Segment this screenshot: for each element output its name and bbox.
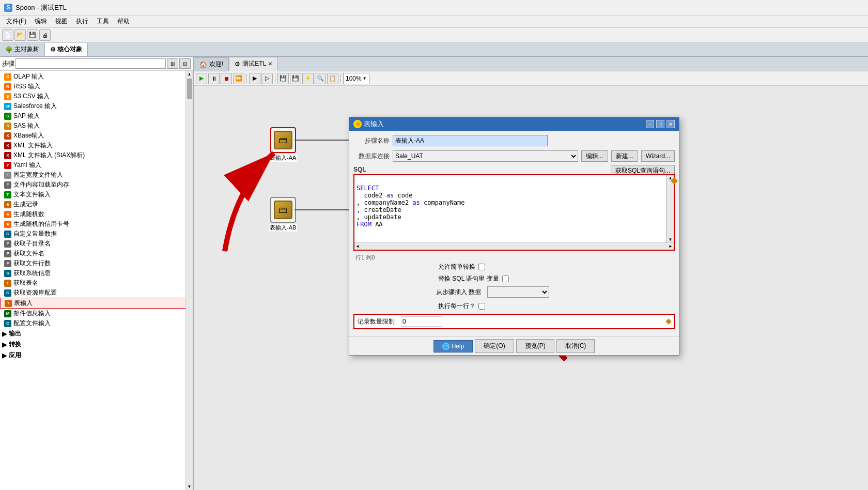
- tree-item-salesforce[interactable]: SF Salesforce 输入: [0, 101, 193, 111]
- search-input[interactable]: [16, 58, 166, 69]
- preview-btn[interactable]: ⏩: [233, 73, 244, 84]
- tree-item-textfile[interactable]: T 文本文件输入: [0, 190, 193, 200]
- tree-item-olap[interactable]: O OLAP 输入: [0, 72, 193, 82]
- toolbar-btn-3[interactable]: 💾: [27, 29, 38, 41]
- node-ab[interactable]: 🗃 表输入-AB: [269, 197, 297, 232]
- scroll-up-arrow[interactable]: ▲: [188, 72, 192, 76]
- tree-item-xml-stax[interactable]: X XML 文件输入 (StAX解析): [0, 150, 193, 160]
- tree-item-sap[interactable]: S SAP 输入: [0, 111, 193, 121]
- gencc-icon: ★: [4, 221, 11, 228]
- toolbar-btn-1[interactable]: 📄: [2, 29, 13, 41]
- preview-dialog-btn[interactable]: 预览(P): [516, 339, 554, 353]
- dialog-maximize-btn[interactable]: □: [656, 120, 664, 128]
- replace-sql-checkbox[interactable]: [502, 275, 509, 282]
- sql-content-area[interactable]: SELECT code2 as code , companyName2 as c…: [354, 175, 667, 242]
- sep3: [340, 74, 341, 83]
- menu-tools[interactable]: 工具: [92, 16, 113, 27]
- stop-btn[interactable]: ⏹: [221, 73, 232, 84]
- tree-item-genrecord[interactable]: ※ 生成记录: [0, 200, 193, 209]
- main-toolbar: 📄 📂 💾 🖨: [0, 28, 868, 42]
- run3-btn[interactable]: ▷: [261, 73, 273, 84]
- help-btn[interactable]: 🌐 Help: [433, 340, 473, 353]
- sql-scroll-down[interactable]: ▼: [668, 237, 673, 242]
- pause-btn[interactable]: ⏸: [208, 73, 220, 84]
- tree-item-custom[interactable]: C 自定义常量数据: [0, 229, 193, 239]
- table-input-dialog: 🔶 表输入 – □ ✕ 步骤名称 数据: [349, 117, 679, 356]
- save-btn[interactable]: 💾: [277, 73, 289, 84]
- toolbar-btn-2[interactable]: 📂: [14, 29, 26, 41]
- tree-item-s3csv[interactable]: S S3 CSV 输入: [0, 91, 193, 101]
- ok-btn[interactable]: 确定(O): [475, 339, 514, 353]
- tree-item-getrepo[interactable]: C 获取资源库配置: [0, 288, 193, 298]
- edit-db-btn[interactable]: 编辑...: [581, 150, 608, 162]
- saveas-btn[interactable]: 💾: [290, 73, 301, 84]
- tab-main-tree[interactable]: 🌳 主对象树: [0, 43, 45, 56]
- tree-item-rss[interactable]: R RSS 输入: [0, 82, 193, 91]
- search-expand-btn[interactable]: ⊞: [167, 58, 178, 69]
- menu-edit[interactable]: 编辑: [30, 16, 51, 27]
- new-db-btn[interactable]: 新建...: [611, 150, 638, 162]
- menu-help[interactable]: 帮助: [113, 16, 134, 27]
- record-limit-input[interactable]: [401, 316, 442, 327]
- core-obj-label: 核心对象: [57, 45, 82, 54]
- test-etl-close[interactable]: ✕: [268, 61, 272, 67]
- tree-item-getsysinfo[interactable]: S 获取系统信息: [0, 268, 193, 278]
- tree-item-tableinput[interactable]: T 表输入: [0, 298, 193, 309]
- tree-scrollbar[interactable]: ▲ ▼: [185, 71, 193, 490]
- sql-scroll-v[interactable]: ▲ ▼: [667, 175, 674, 242]
- scroll-down-arrow[interactable]: ▼: [188, 484, 192, 489]
- tree-item-fileload[interactable]: F 文件内容加载至内存: [0, 180, 193, 190]
- search-btn[interactable]: 🔍: [315, 73, 326, 84]
- menu-run[interactable]: 执行: [72, 16, 92, 27]
- run-btn[interactable]: ▶: [196, 73, 207, 84]
- sql-scroll-right[interactable]: ►: [668, 244, 674, 249]
- db-connect-select[interactable]: Sale_UAT: [393, 150, 578, 162]
- dialog-minimize-btn[interactable]: –: [646, 120, 654, 128]
- tree-group-output[interactable]: ▶ 输出: [0, 328, 193, 339]
- wizard-btn[interactable]: Wizard...: [641, 150, 675, 162]
- run2-btn[interactable]: ▶: [249, 73, 260, 84]
- menu-file[interactable]: 文件(F): [2, 16, 30, 27]
- sap-icon: S: [4, 113, 11, 120]
- menu-view[interactable]: 视图: [51, 16, 72, 27]
- tab-welcome[interactable]: 🏠 欢迎!: [194, 57, 229, 71]
- step-name-input[interactable]: [393, 135, 548, 146]
- tab-test-etl[interactable]: ⚙ 测试ETL ✕: [229, 57, 278, 71]
- tree-group-apply[interactable]: ▶ 应用: [0, 350, 193, 361]
- sas-icon: S: [4, 122, 11, 130]
- scroll-thumb-area: [187, 76, 192, 484]
- node-aa-label: 表输入-AA: [269, 154, 297, 162]
- dialog-title-bar: 🔶 表输入 – □ ✕: [349, 117, 679, 131]
- tree-item-configfile[interactable]: C 配置文件输入: [0, 318, 193, 328]
- tree-item-yaml[interactable]: Y Yaml 输入: [0, 160, 193, 170]
- search-collapse-btn[interactable]: ⊟: [179, 58, 191, 69]
- tree-item-getdir[interactable]: F 获取子目录名: [0, 239, 193, 249]
- clipboard-btn[interactable]: 📋: [327, 73, 338, 84]
- tree-group-transform[interactable]: ▶ 转换: [0, 339, 193, 350]
- execute-each-checkbox[interactable]: [478, 303, 485, 310]
- cancel-btn[interactable]: 取消(C): [556, 339, 595, 353]
- tree-item-sas[interactable]: S SAS 输入: [0, 121, 193, 131]
- tree-item-genrand[interactable]: ★ 生成随机数: [0, 209, 193, 219]
- tableinput-label: 表输入: [14, 299, 33, 308]
- zoom-selector[interactable]: 100% ▼: [343, 73, 369, 84]
- olap-label: OLAP 输入: [13, 72, 44, 81]
- sql-scroll-left[interactable]: ◄: [354, 244, 361, 249]
- apply-label: 应用: [9, 351, 21, 360]
- insert-from-select[interactable]: [487, 286, 549, 298]
- node-aa[interactable]: 🗃 表输入-AA: [269, 127, 297, 162]
- tree-item-gettable[interactable]: T 获取表名: [0, 278, 193, 288]
- sql-scroll-h[interactable]: ◄ ►: [354, 242, 674, 250]
- tree-item-gencc[interactable]: ★ 生成随机的信用卡号: [0, 219, 193, 229]
- tree-item-getfilename[interactable]: F 获取文件名: [0, 249, 193, 258]
- check-btn[interactable]: ⚡: [302, 73, 314, 84]
- tree-item-fixed[interactable]: F 固定宽度文件输入: [0, 170, 193, 180]
- tab-core-obj[interactable]: ⚙ 核心对象: [45, 43, 88, 56]
- dialog-close-btn[interactable]: ✕: [667, 120, 675, 128]
- allow-simple-checkbox[interactable]: [478, 264, 485, 270]
- tree-item-xbase[interactable]: X XBase输入: [0, 131, 193, 141]
- toolbar-btn-4[interactable]: 🖨: [39, 29, 51, 41]
- tree-item-getfilerows[interactable]: F 获取文件行数: [0, 258, 193, 268]
- tree-item-xml[interactable]: X XML 文件输入: [0, 141, 193, 150]
- tree-item-mail[interactable]: M 邮件信息输入: [0, 309, 193, 318]
